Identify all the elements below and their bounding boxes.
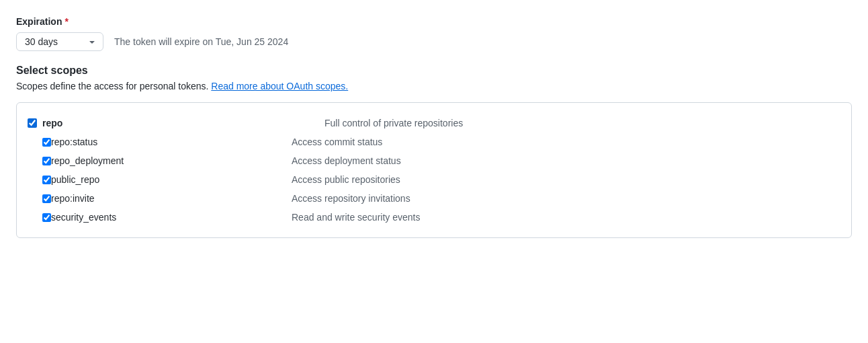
- scope-row-repo: repo Full control of private repositorie…: [28, 114, 840, 132]
- expiration-section: Expiration * 7 days 30 days 60 days 90 d…: [16, 16, 852, 51]
- repo-deployment-name: repo_deployment: [51, 155, 292, 166]
- sub-scope-row-repo-status: repo:status Access commit status: [42, 132, 840, 151]
- security-events-description: Read and write security events: [292, 212, 420, 223]
- repo-checkbox[interactable]: [28, 118, 37, 128]
- scopes-section: Select scopes Scopes define the access f…: [16, 65, 852, 238]
- repo-scope-name: repo: [42, 118, 324, 128]
- expiration-hint: The token will expire on Tue, Jun 25 202…: [114, 36, 288, 47]
- expiration-row: 7 days 30 days 60 days 90 days Custom No…: [16, 32, 852, 51]
- security-events-name: security_events: [51, 212, 292, 223]
- repo-status-checkbox[interactable]: [42, 138, 51, 147]
- repo-scope-description: Full control of private repositories: [324, 118, 463, 128]
- repo-deployment-description: Access deployment status: [292, 155, 401, 166]
- scopes-box: repo Full control of private repositorie…: [16, 102, 852, 238]
- sub-scope-row-public-repo: public_repo Access public repositories: [42, 170, 840, 189]
- sub-scope-row-repo-invite: repo:invite Access repository invitation…: [42, 189, 840, 208]
- scopes-description-text: Scopes define the access for personal to…: [16, 81, 208, 91]
- security-events-checkbox[interactable]: [42, 213, 51, 222]
- repo-status-description: Access commit status: [292, 137, 382, 147]
- repo-deployment-checkbox[interactable]: [42, 157, 51, 165]
- repo-invite-checkbox[interactable]: [42, 194, 51, 203]
- public-repo-description: Access public repositories: [292, 174, 400, 185]
- repo-invite-name: repo:invite: [51, 193, 292, 204]
- scopes-title: Select scopes: [16, 65, 852, 77]
- public-repo-name: public_repo: [51, 174, 292, 185]
- repo-status-name: repo:status: [51, 137, 292, 147]
- public-repo-checkbox[interactable]: [42, 176, 51, 184]
- sub-scope-row-security-events: security_events Read and write security …: [42, 208, 840, 227]
- sub-scope-row-repo-deployment: repo_deployment Access deployment status: [42, 151, 840, 170]
- expiration-select[interactable]: 7 days 30 days 60 days 90 days Custom No…: [16, 32, 103, 51]
- oauth-scopes-link[interactable]: Read more about OAuth scopes.: [211, 81, 348, 91]
- sub-scopes: repo:status Access commit status repo_de…: [42, 132, 840, 227]
- required-star: *: [64, 16, 68, 27]
- scopes-description: Scopes define the access for personal to…: [16, 81, 852, 91]
- expiration-label-text: Expiration: [16, 16, 62, 27]
- repo-invite-description: Access repository invitations: [292, 193, 410, 204]
- expiration-label: Expiration *: [16, 16, 852, 27]
